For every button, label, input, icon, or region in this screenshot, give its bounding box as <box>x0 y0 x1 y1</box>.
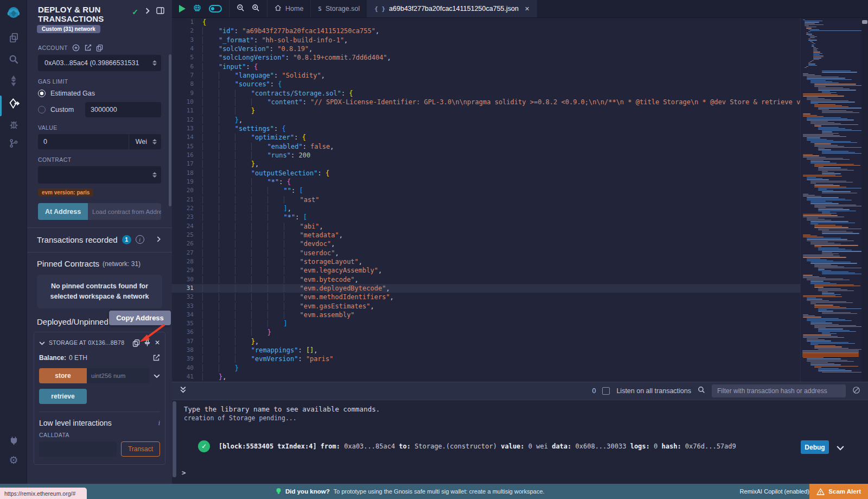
custom-gas-option[interactable]: Custom <box>38 102 161 117</box>
code-line[interactable]: 18 "outputSelection": { <box>172 169 800 178</box>
line-number[interactable]: 5 <box>172 53 202 62</box>
contract-instance-title[interactable]: STORAGE AT 0X136...8B78 <box>49 339 129 346</box>
chevron-right-icon[interactable] <box>145 8 150 14</box>
line-number[interactable]: 1 <box>172 18 202 27</box>
line-number[interactable]: 32 <box>172 293 202 301</box>
line-number[interactable]: 7 <box>172 71 202 80</box>
search-icon[interactable] <box>0 54 27 65</box>
code-line[interactable]: 12 }, <box>172 116 800 124</box>
clear-filter-icon[interactable] <box>852 386 860 396</box>
line-number[interactable]: 41 <box>172 372 202 381</box>
line-number[interactable]: 16 <box>172 151 202 160</box>
code-line[interactable]: 9 "contracts/Storage.sol": { <box>172 89 800 98</box>
estimated-gas-radio[interactable] <box>38 90 46 97</box>
file-explorer-icon[interactable] <box>0 33 27 43</box>
calldata-input[interactable] <box>39 441 117 457</box>
line-number[interactable]: 30 <box>172 275 202 284</box>
low-level-info-icon[interactable]: i <box>158 419 160 427</box>
code-line[interactable]: 8 "sources": { <box>172 80 800 89</box>
terminal-body[interactable]: Type the library name to see available c… <box>172 400 868 483</box>
info-icon[interactable]: i <box>136 235 144 244</box>
code-line[interactable]: 13 "settings": { <box>172 124 800 133</box>
line-number[interactable]: 26 <box>172 239 202 248</box>
code-line[interactable]: 30 "evm.bytecode", <box>172 275 800 284</box>
line-number[interactable]: 2 <box>172 27 202 35</box>
line-number[interactable]: 12 <box>172 116 202 124</box>
retrieve-button[interactable]: retrieve <box>39 389 87 404</box>
edit-balance-icon[interactable] <box>152 354 160 362</box>
line-number[interactable]: 40 <box>172 364 202 372</box>
debug-button[interactable]: Debug <box>801 440 829 454</box>
collapse-terminal-icon[interactable] <box>180 386 187 396</box>
minimap[interactable] <box>800 18 861 382</box>
line-number[interactable]: 15 <box>172 142 202 151</box>
deploy-run-icon[interactable] <box>0 98 27 109</box>
code-line[interactable]: 3 "_format": "hh-sol-build-info-1", <box>172 36 800 45</box>
code-line[interactable]: 6 "input": { <box>172 62 800 71</box>
add-account-icon[interactable] <box>72 44 80 52</box>
line-number[interactable]: 17 <box>172 160 202 168</box>
transaction-log-row[interactable]: ✓ [block:5583405 txIndex:4] from: 0xa03.… <box>172 438 868 456</box>
close-tab-icon[interactable]: ✕ <box>525 5 529 12</box>
line-number[interactable]: 22 <box>172 204 202 213</box>
code-line[interactable]: 20 "": [ <box>172 186 800 195</box>
code-line[interactable]: 40 } <box>172 364 800 372</box>
code-line[interactable]: 39 "evmVersion": "paris" <box>172 355 800 363</box>
editor-scrollbar[interactable] <box>861 18 868 382</box>
line-number[interactable]: 19 <box>172 178 202 186</box>
code-line[interactable]: 37 }, <box>172 337 800 346</box>
expand-log-chevron-icon[interactable] <box>837 443 844 453</box>
copy-account-icon[interactable] <box>96 44 103 52</box>
line-number[interactable]: 39 <box>172 355 202 363</box>
zoom-in-icon[interactable] <box>252 4 260 14</box>
code-line[interactable]: 5 "solcLongVersion": "0.8.19+commit.7dd6… <box>172 53 800 62</box>
expand-chevron-icon[interactable] <box>156 235 161 244</box>
settings-gear-icon[interactable]: ⚙ <box>0 454 27 466</box>
code-line[interactable]: 34 "evm.assembly" <box>172 311 800 319</box>
line-number[interactable]: 21 <box>172 195 202 204</box>
code-line[interactable]: 2 "id": "a69b43f277ba20fcac141151250ca75… <box>172 27 800 35</box>
line-number[interactable]: 28 <box>172 257 202 266</box>
code-line[interactable]: 23 "*": [ <box>172 213 800 222</box>
code-line[interactable]: 29 "evm.legacyAssembly", <box>172 266 800 275</box>
code-line[interactable]: 24 "abi", <box>172 222 800 231</box>
account-select[interactable]: 0xA03...85ac4 (0.39866531531 <box>38 55 161 71</box>
code-line[interactable]: 22 ], <box>172 204 800 213</box>
contract-select[interactable] <box>38 166 161 184</box>
tab-json-file[interactable]: { } a69b43f277ba20fcac141151250ca755.jso… <box>367 0 537 17</box>
code-lines[interactable]: 1{2 "id": "a69b43f277ba20fcac141151250ca… <box>172 18 800 381</box>
line-number[interactable]: 31 <box>172 284 202 293</box>
listen-all-checkbox[interactable] <box>602 387 610 395</box>
code-line[interactable]: 26 "devdoc", <box>172 239 800 248</box>
line-number[interactable]: 23 <box>172 213 202 222</box>
code-line[interactable]: 28 "storageLayout", <box>172 257 800 266</box>
code-line[interactable]: 10 "content": "// SPDX-License-Identifie… <box>172 98 800 106</box>
code-line[interactable]: 15 "enabled": false, <box>172 142 800 151</box>
line-number[interactable]: 9 <box>172 89 202 98</box>
code-line[interactable]: 35 ] <box>172 319 800 328</box>
code-line[interactable]: 41 }, <box>172 372 800 381</box>
custom-gas-radio[interactable] <box>38 106 46 113</box>
line-number[interactable]: 37 <box>172 337 202 346</box>
line-number[interactable]: 36 <box>172 328 202 337</box>
custom-gas-input[interactable] <box>85 102 161 117</box>
edit-account-icon[interactable] <box>84 44 92 52</box>
code-line[interactable]: 17 }, <box>172 160 800 168</box>
line-number[interactable]: 11 <box>172 106 202 115</box>
run-script-icon[interactable] <box>179 5 186 12</box>
line-number[interactable]: 10 <box>172 98 202 106</box>
load-contract-input[interactable]: Load contract from Addre <box>88 203 161 220</box>
copilot-status[interactable]: RemixAI Copilot (enabled) <box>740 484 809 499</box>
line-number[interactable]: 3 <box>172 36 202 45</box>
plugin-manager-icon[interactable] <box>0 435 27 446</box>
solidity-compiler-icon[interactable] <box>0 75 27 86</box>
store-button[interactable]: store <box>39 368 87 383</box>
remix-logo-icon[interactable] <box>0 5 27 21</box>
scrollbar-thumb[interactable] <box>862 20 867 24</box>
tab-storage-sol[interactable]: S Storage.sol <box>311 0 367 17</box>
line-number[interactable]: 14 <box>172 133 202 142</box>
terminal-prompt[interactable]: > <box>182 469 186 477</box>
code-line[interactable]: 4 "solcVersion": "0.8.19", <box>172 45 800 53</box>
code-line[interactable]: 36 } <box>172 328 800 337</box>
git-branch-icon[interactable] <box>0 138 27 148</box>
